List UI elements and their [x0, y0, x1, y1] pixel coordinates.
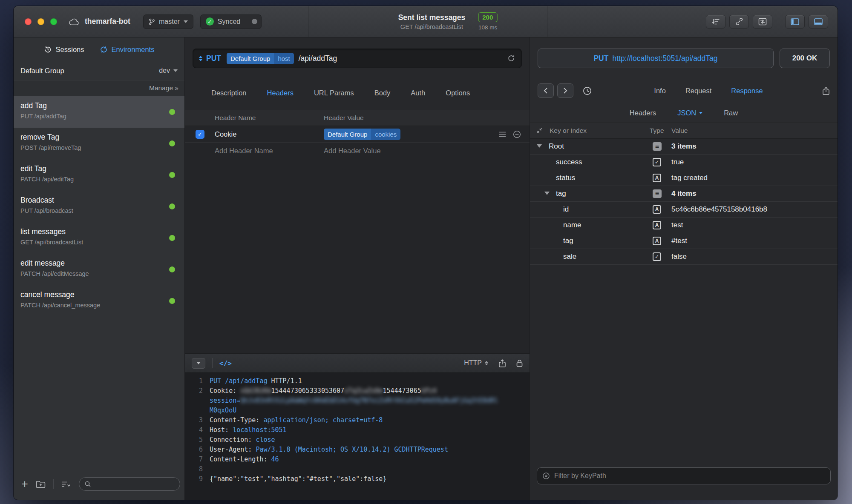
tree-row[interactable]: name A test [530, 218, 838, 233]
export-response-icon[interactable] [822, 86, 830, 95]
preview-mode-button[interactable] [192, 358, 205, 369]
toggle-sidebar-button[interactable] [785, 15, 805, 29]
remove-header-icon[interactable] [513, 130, 521, 138]
request-list-item[interactable]: edit Tag PATCH /api/editTag [14, 159, 184, 191]
request-list-item[interactable]: remove Tag POST /api/removeTag [14, 128, 184, 159]
json-tree: Root ≡ 3 items success ✓ true status A t… [530, 139, 838, 265]
response-method: PUT [593, 54, 608, 63]
drag-handle-icon[interactable] [499, 132, 506, 137]
header-row-cookie[interactable]: ✓ Cookie Default Group cookies [185, 126, 530, 143]
type-icon: A [653, 221, 661, 229]
chevron-down-icon [699, 112, 702, 114]
response-status-badge: 200 OK [780, 49, 830, 68]
request-list-item[interactable]: cancel message PATCH /api/cancel_message [14, 285, 184, 317]
view-raw[interactable]: Raw [724, 109, 738, 117]
host-variable-token[interactable]: Default Group host [227, 53, 294, 64]
sort-filter-button[interactable] [61, 481, 71, 487]
code-view-icon[interactable]: </> [219, 359, 232, 367]
tab-url-params[interactable]: URL Params [314, 89, 354, 97]
tree-key: tag [556, 189, 566, 198]
code-line: 2Cookie: sQdJ8zKm1544473065333053607xTq2… [185, 386, 530, 396]
sort-requests-button[interactable] [706, 15, 725, 29]
import-export-button[interactable] [753, 15, 772, 29]
project-name: themarfa-bot [85, 17, 130, 26]
tab-description[interactable]: Description [211, 89, 247, 97]
sync-status[interactable]: ✓ Synced [200, 14, 262, 29]
view-headers[interactable]: Headers [630, 109, 656, 117]
column-value: Value [671, 127, 688, 135]
tree-row[interactable]: tag ≡ 4 items [530, 186, 838, 202]
collapse-all-icon[interactable] [536, 127, 543, 134]
add-request-button[interactable]: + [21, 478, 28, 490]
request-list-item[interactable]: add Tag PUT /api/addTag [14, 96, 184, 128]
cookies-variable-token[interactable]: Default Group cookies [324, 129, 400, 140]
request-list-item[interactable]: Broadcast PUT /api/broadcast [14, 191, 184, 222]
tab-response[interactable]: Response [731, 87, 763, 95]
add-header-row[interactable]: Add Header Name Add Header Value [185, 143, 530, 159]
keypath-filter-field[interactable] [537, 467, 831, 484]
response-request-url[interactable]: PUT http://localhost:5051/api/addTag [538, 49, 774, 68]
method-label[interactable]: PUT [206, 54, 221, 63]
request-editor: PUT Default Group host /api/addTag Descr… [185, 37, 530, 500]
tab-sessions[interactable]: Sessions [44, 46, 84, 54]
tab-options[interactable]: Options [446, 89, 470, 97]
status-code-badge: 200 [478, 12, 497, 22]
tab-environments-label: Environments [112, 46, 155, 54]
search-input[interactable] [95, 481, 175, 488]
minimize-window-button[interactable] [37, 18, 44, 25]
tab-request[interactable]: Request [685, 87, 711, 95]
titlebar[interactable]: themarfa-bot master ✓ Synced Sent list m… [14, 6, 838, 37]
header-enabled-checkbox[interactable]: ✓ [196, 130, 204, 139]
unlink-button[interactable] [729, 15, 749, 29]
add-header-name-placeholder[interactable]: Add Header Name [212, 147, 324, 155]
request-list: add Tag PUT /api/addTag remove Tag POST … [14, 96, 184, 472]
tree-row[interactable]: status A tag created [530, 170, 838, 186]
refresh-icon[interactable] [507, 54, 515, 63]
request-method-path: PATCH /api/editMessage [20, 270, 166, 277]
view-json[interactable]: JSON [677, 109, 702, 117]
manage-environments-link[interactable]: Manage » [149, 84, 178, 92]
tab-headers[interactable]: Headers [267, 89, 294, 97]
header-name-cell[interactable]: Cookie [212, 130, 324, 138]
expand-triangle[interactable] [544, 192, 550, 195]
back-button[interactable] [538, 83, 554, 98]
branch-selector[interactable]: master [143, 14, 193, 29]
tab-environments[interactable]: Environments [100, 46, 155, 54]
code-line: session=QhJv83nRtXzLp0aWqYc6KmEbD14sfUgT… [185, 396, 530, 406]
add-header-value-placeholder[interactable]: Add Header Value [324, 147, 530, 155]
code-line: 7Content-Length: 46 [185, 455, 530, 464]
filter-icon [542, 472, 550, 480]
keypath-filter-input[interactable] [554, 472, 825, 480]
url-path[interactable]: /api/addTag [299, 54, 337, 63]
request-method-path: PUT /api/broadcast [20, 207, 166, 214]
close-window-button[interactable] [25, 18, 32, 25]
tab-auth[interactable]: Auth [411, 89, 425, 97]
tree-row[interactable]: Root ≡ 3 items [530, 139, 838, 155]
tab-body[interactable]: Body [374, 89, 391, 97]
tree-row[interactable]: success ✓ true [530, 155, 838, 170]
history-icon[interactable] [579, 83, 595, 98]
lock-icon[interactable] [516, 359, 523, 367]
tree-row[interactable]: tag A #test [530, 233, 838, 249]
expand-triangle[interactable] [537, 144, 542, 148]
request-search-field[interactable] [79, 477, 180, 491]
git-branch-icon [149, 18, 155, 26]
tree-row[interactable]: sale ✓ false [530, 249, 838, 265]
request-list-item[interactable]: edit message PATCH /api/editMessage [14, 254, 184, 285]
tree-row[interactable]: id A 5c46c6b86e4575158b0416b8 [530, 202, 838, 218]
tree-key: sale [563, 252, 576, 261]
environment-selector[interactable]: dev [159, 67, 178, 74]
url-bar[interactable]: PUT Default Group host /api/addTag [193, 49, 522, 68]
forward-button[interactable] [557, 83, 573, 98]
sync-toggle-icon[interactable] [252, 19, 257, 24]
type-icon: A [653, 174, 661, 182]
zoom-window-button[interactable] [50, 18, 57, 25]
request-list-item[interactable]: list messages GET /api/broadcastList [14, 222, 184, 254]
desktop-wallpaper: themarfa-bot master ✓ Synced Sent list m… [0, 0, 852, 504]
format-selector[interactable]: HTTP [464, 359, 488, 367]
toggle-bottom-panel-button[interactable] [809, 15, 828, 29]
add-group-button[interactable] [36, 480, 46, 488]
method-stepper-icon[interactable] [199, 56, 202, 61]
tab-info[interactable]: Info [654, 87, 666, 95]
share-icon[interactable] [498, 359, 506, 368]
